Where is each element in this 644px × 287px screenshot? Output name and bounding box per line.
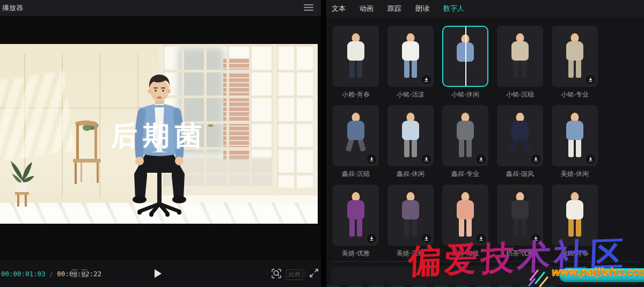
current-time: 00:00:01:03	[1, 270, 46, 278]
avatar-body	[457, 200, 474, 219]
avatar-leg	[404, 139, 409, 157]
card-cell: 美婧-优雅	[333, 185, 379, 257]
download-badge[interactable]	[477, 234, 486, 243]
card-label: 鑫叔-专业	[442, 170, 488, 178]
player-header: 播放器	[0, 0, 321, 16]
card-label: 奶茶-优雅	[497, 249, 543, 257]
card-label: 鑫叔-休闲	[387, 170, 434, 178]
card-cell: 美婧-休闲	[552, 105, 598, 178]
avatar-leg	[514, 60, 519, 78]
avatar-leg	[349, 218, 355, 237]
avatar-leg	[568, 60, 574, 78]
avatar-body	[347, 200, 364, 219]
panel-divider	[331, 261, 639, 262]
digital-human-card[interactable]	[552, 185, 598, 246]
panel-footer	[331, 266, 640, 285]
card-cell: 奶茶-优雅	[497, 185, 543, 257]
card-cell: 小赖-青春	[333, 26, 379, 98]
avatar-body	[402, 41, 419, 61]
tab-朗读[interactable]: 朗读	[415, 4, 429, 13]
digital-human-section: 小赖-青春小铭-活泼小铭-休闲小铭-沉稳小铭-专业鑫叔-沉稳鑫叔-休闲鑫叔-专业…	[326, 17, 644, 262]
avatar-body	[566, 41, 583, 61]
card-cell: 美婧-沉稳	[387, 185, 434, 257]
digital-human-card[interactable]	[442, 105, 488, 166]
digital-human-card[interactable]	[387, 105, 434, 166]
digital-human-card[interactable]	[333, 185, 379, 246]
digital-human-card[interactable]	[333, 105, 379, 166]
digital-human-card[interactable]	[497, 105, 543, 166]
card-cell: 鑫叔-休闲	[387, 105, 434, 178]
card-cell: 鑫叔-国风	[497, 105, 543, 178]
card-label: 鑫叔-国风	[497, 170, 543, 178]
hamburger-menu-icon[interactable]	[304, 4, 313, 12]
avatar-leg	[568, 139, 574, 157]
avatar-leg	[459, 218, 464, 237]
fullscreen-icon[interactable]	[309, 268, 319, 278]
player-panel: 播放器	[0, 0, 321, 287]
digital-human-card[interactable]	[442, 185, 488, 246]
card-label: 小赖-青春	[333, 90, 379, 98]
digital-human-card[interactable]	[497, 26, 543, 87]
card-cell: 鑫叔-沉稳	[333, 105, 379, 178]
preview-focus-icon[interactable]	[271, 268, 282, 279]
download-badge[interactable]	[367, 234, 376, 243]
tab-文本[interactable]: 文本	[332, 4, 346, 13]
player-title: 播放器	[0, 3, 23, 13]
download-badge[interactable]	[422, 234, 431, 243]
digital-human-card[interactable]	[552, 26, 598, 87]
download-badge[interactable]	[422, 154, 431, 164]
video-preview[interactable]: 后期菌	[0, 44, 318, 224]
card-cell: 小铭-活泼	[387, 26, 434, 98]
card-cell: 小铭-沉稳	[497, 26, 543, 98]
card-cell: 鑫叔-专业	[442, 105, 488, 178]
avatar-body	[566, 121, 583, 140]
list-view-icon-2[interactable]	[81, 269, 87, 277]
controls-divider	[305, 270, 305, 277]
card-label: 美婧-知性	[442, 249, 488, 257]
play-button[interactable]	[155, 269, 162, 278]
tab-数字人[interactable]: 数字人	[443, 4, 464, 13]
avatar-body	[402, 200, 419, 219]
download-badge[interactable]	[422, 75, 431, 84]
tab-跟踪[interactable]: 跟踪	[387, 4, 401, 13]
download-badge[interactable]	[367, 154, 376, 164]
avatar-leg	[576, 139, 581, 157]
card-label: 美婧-休闲	[552, 170, 598, 178]
card-cell: 婉婉-青春	[552, 185, 598, 257]
avatar-leg	[459, 139, 464, 157]
avatar-leg	[521, 218, 526, 237]
download-badge[interactable]	[586, 154, 595, 164]
digital-human-card[interactable]	[497, 185, 543, 246]
avatar-leg	[412, 139, 417, 157]
ratio-button[interactable]: 比例	[286, 269, 303, 280]
avatar-body	[511, 121, 529, 140]
card-label: 婉婉-青春	[552, 249, 598, 257]
download-badge[interactable]	[531, 234, 540, 243]
download-badge[interactable]	[586, 75, 595, 84]
tab-动画[interactable]: 动画	[360, 4, 374, 13]
digital-human-card[interactable]	[387, 185, 434, 246]
card-label: 小铭-沉稳	[497, 90, 543, 98]
download-badge[interactable]	[531, 154, 540, 164]
digital-human-card[interactable]	[442, 26, 488, 87]
digital-human-card[interactable]	[387, 26, 434, 87]
view-toggle-icons	[71, 269, 87, 277]
avatar-leg	[466, 218, 472, 237]
list-view-icon[interactable]	[71, 269, 78, 277]
avatar-leg	[514, 218, 519, 237]
digital-human-card[interactable]	[552, 105, 598, 166]
download-badge[interactable]	[477, 154, 486, 164]
avatar-body	[566, 200, 583, 219]
avatar-body	[402, 121, 419, 140]
avatar-leg	[349, 60, 355, 78]
card-cell: 小铭-专业	[552, 26, 598, 98]
card-label: 小铭-活泼	[387, 90, 434, 98]
time-separator: /	[46, 270, 57, 278]
avatar-leg	[568, 218, 574, 237]
digital-human-card[interactable]	[333, 26, 379, 87]
loading-progress-line	[465, 27, 466, 86]
avatar-leg	[404, 218, 409, 237]
avatar-body	[511, 41, 529, 61]
card-label: 小铭-休闲	[442, 90, 488, 98]
video-overlay-text[interactable]: 后期菌	[0, 118, 318, 154]
